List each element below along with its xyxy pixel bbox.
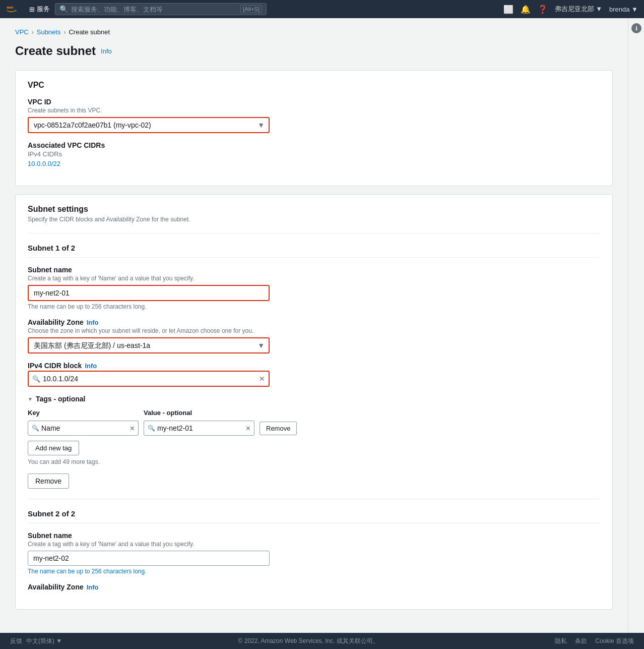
tag-key-col-header: Key (28, 409, 139, 419)
subnet1-cidr-input-wrapper: 🔍 ✕ (28, 371, 270, 387)
subnet1-az-desc: Choose the zone in which your subnet wil… (28, 327, 600, 334)
aws-logo[interactable]: aws (6, 4, 22, 14)
subnet1-remove-section: Remove (28, 474, 600, 489)
search-bar[interactable]: 🔍 [Alt+S] (55, 3, 267, 15)
tag-key-search-icon: 🔍 (32, 425, 39, 432)
associated-cidrs-field: Associated VPC CIDRs IPv4 CIDRs 10.0.0.0… (28, 141, 600, 167)
services-label: 服务 (37, 5, 50, 14)
tags-label: Tags - optional (36, 395, 86, 403)
tag-key-label: Key (28, 409, 139, 417)
tag-value-label: Value - optional (144, 409, 254, 417)
subnet1-az-select-wrapper: 美国东部 (弗吉尼亚北部) / us-east-1a ▼ (28, 337, 270, 353)
vpc-id-select-wrapper: vpc-08512a7c0f2ae07b1 (my-vpc-02) ▼ (28, 117, 270, 133)
vpc-id-label: VPC ID (28, 98, 600, 106)
subnet1-name-hint: The name can be up to 256 characters lon… (28, 303, 600, 310)
tag-remove-button[interactable]: Remove (260, 422, 297, 435)
feedback-link[interactable]: 反馈 (10, 637, 22, 645)
subnet2-az-info-link[interactable]: Info (87, 583, 99, 591)
search-icon: 🔍 (59, 5, 68, 13)
ipv4-cidrs-value: 10.0.0.0/22 (28, 160, 600, 167)
tag-key-input[interactable] (28, 421, 139, 436)
subnet2-name-desc: Create a tag with a key of 'Name' and a … (28, 541, 600, 548)
tag-value-input-wrapper: 🔍 ✕ (144, 421, 254, 436)
page-info-link[interactable]: Info (101, 47, 112, 55)
subnet1-cidr-field: IPv4 CIDR block Info 🔍 ✕ (28, 362, 600, 387)
region-selector[interactable]: 弗吉尼亚北部 ▼ (555, 5, 602, 14)
svg-text:aws: aws (7, 6, 13, 9)
vpc-card: VPC VPC ID Create subnets in this VPC. v… (15, 70, 613, 186)
breadcrumb-sep1: › (32, 29, 34, 36)
privacy-link[interactable]: 隐私 (555, 637, 567, 645)
breadcrumb-vpc[interactable]: VPC (15, 28, 29, 36)
bell-icon[interactable]: 🔔 (521, 5, 531, 14)
vpc-id-field: VPC ID Create subnets in this VPC. vpc-0… (28, 98, 600, 133)
tag-value-input[interactable] (144, 421, 254, 436)
search-input[interactable] (71, 6, 237, 13)
cidr-search-icon: 🔍 (32, 375, 40, 383)
language-selector[interactable]: 中文(简体) ▼ (26, 637, 62, 645)
subnet2-name-hint: The name can be up to 256 characters lon… (28, 568, 600, 575)
breadcrumb-current: Create subnet (69, 28, 110, 36)
subnet1-name-desc: Create a tag with a key of 'Name' and a … (28, 275, 600, 282)
associated-cidrs-label: Associated VPC CIDRs (28, 141, 600, 149)
cloud-icon[interactable]: ⬜ (503, 5, 513, 14)
tag-value-clear-icon[interactable]: ✕ (245, 425, 251, 432)
breadcrumb-sep2: › (63, 29, 66, 36)
tags-toggle[interactable]: ▼ Tags - optional (28, 395, 600, 403)
main-wrapper: VPC › Subnets › Create subnet Create sub… (0, 18, 644, 633)
footer-right: 隐私 条款 Cookie 首选项 (555, 637, 634, 645)
vpc-id-select[interactable]: vpc-08512a7c0f2ae07b1 (my-vpc-02) (28, 117, 270, 133)
subnet2-number: Subnet 2 of 2 (28, 509, 600, 523)
vpc-card-title: VPC (28, 81, 600, 90)
breadcrumb-subnets[interactable]: Subnets (37, 28, 61, 36)
subnet1-number: Subnet 1 of 2 (28, 244, 600, 258)
subnet1-name-input[interactable] (28, 285, 270, 301)
subnet-settings-title: Subnet settings (28, 205, 600, 214)
side-panel: ℹ (628, 18, 644, 633)
tag-key-clear-icon[interactable]: ✕ (130, 425, 135, 432)
subnet2-az-label: Availability Zone Info (28, 583, 600, 591)
subnet1-name-field: Subnet name Create a tag with a key of '… (28, 266, 600, 310)
subnet1-tags-section: ▼ Tags - optional Key Value - optional 🔍 (28, 395, 600, 465)
subnet-settings-card: Subnet settings Specify the CIDR blocks … (15, 194, 613, 610)
subnet1-az-label: Availability Zone Info (28, 318, 600, 326)
tag-value-col-header: Value - optional (144, 409, 254, 419)
cidr-clear-icon[interactable]: ✕ (259, 375, 265, 383)
tags-arrow-icon: ▼ (28, 396, 33, 402)
tags-hint: You can add 49 more tags. (28, 458, 600, 465)
add-tag-section: Add new tag You can add 49 more tags. (28, 441, 600, 465)
breadcrumb: VPC › Subnets › Create subnet (15, 28, 613, 36)
subnet1-name-label: Subnet name (28, 266, 600, 274)
subnet2-name-input[interactable] (28, 551, 270, 566)
footer-copyright: © 2022, Amazon Web Services, Inc. 或其关联公司… (62, 637, 555, 645)
services-menu[interactable]: ⊞ 服务 (29, 5, 50, 14)
subnet1-az-select[interactable]: 美国东部 (弗吉尼亚北部) / us-east-1a (28, 337, 270, 353)
tag-value-search-icon: 🔍 (148, 425, 155, 432)
subnet1-cidr-info-link[interactable]: Info (85, 362, 97, 370)
tag-key-input-wrapper: 🔍 ✕ (28, 421, 139, 436)
ipv4-cidrs-label: IPv4 CIDRs (28, 150, 600, 158)
terms-link[interactable]: 条款 (575, 637, 587, 645)
subnet-settings-desc: Specify the CIDR blocks and Availability… (28, 216, 600, 223)
nav-right: ⬜ 🔔 ❓ 弗吉尼亚北部 ▼ brenda ▼ (503, 5, 638, 14)
subnet2-name-field: Subnet name Create a tag with a key of '… (28, 532, 600, 575)
subnet1-az-info-link[interactable]: Info (87, 319, 99, 326)
subnet1-remove-button[interactable]: Remove (28, 474, 69, 489)
content-area: VPC › Subnets › Create subnet Create sub… (0, 18, 628, 633)
add-new-tag-button[interactable]: Add new tag (28, 441, 79, 455)
top-nav: aws ⊞ 服务 🔍 [Alt+S] ⬜ 🔔 ❓ 弗吉尼亚北部 ▼ brenda… (0, 0, 644, 18)
subnet1-az-field: Availability Zone Info Choose the zone i… (28, 318, 600, 353)
page-title-row: Create subnet Info (15, 44, 613, 58)
subnet1-tag-row: 🔍 ✕ 🔍 ✕ Remove (28, 421, 600, 436)
subnet1-cidr-input[interactable] (28, 371, 270, 387)
page-title: Create subnet (15, 44, 96, 58)
cookie-link[interactable]: Cookie 首选项 (595, 637, 634, 645)
user-menu[interactable]: brenda ▼ (609, 6, 638, 13)
tags-header-row: Key Value - optional (28, 409, 600, 419)
side-panel-info-icon[interactable]: ℹ (631, 23, 641, 33)
subnet2-az-field: Availability Zone Info (28, 583, 600, 591)
help-icon[interactable]: ❓ (538, 5, 548, 14)
subnet1-cidr-label: IPv4 CIDR block Info (28, 362, 600, 370)
footer: 反馈 中文(简体) ▼ © 2022, Amazon Web Services,… (0, 633, 644, 649)
vpc-id-desc: Create subnets in this VPC. (28, 107, 600, 114)
